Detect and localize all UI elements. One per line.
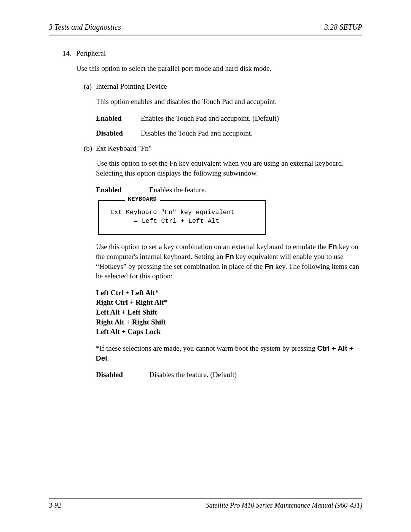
- header-right: 3.28 SETUP: [324, 22, 362, 32]
- desc-enabled: Enables the Touch Pad and accupoint. (De…: [141, 113, 279, 123]
- combo-item: Left Alt + Caps Lock: [96, 327, 362, 337]
- sub-b-note: *If these selections are made, you canno…: [96, 343, 362, 363]
- keyboard-line-1: Ext Keyboard "Fn" key equivalent: [110, 208, 261, 217]
- desc-disabled-b: Disables the feature. (Default): [149, 370, 237, 380]
- term-disabled: Disabled: [96, 128, 141, 138]
- section-head: 14. Peripheral: [62, 48, 362, 58]
- sub-b-desc: Use this option to set the Fn key equiva…: [96, 158, 362, 178]
- desc-enabled-b: Enables the feature.: [149, 185, 206, 195]
- desc-disabled: Disables the Touch Pad and accupoint.: [141, 128, 253, 138]
- fn-key: Fn: [328, 243, 337, 251]
- keyboard-line-2: = Left Ctrl + Left Alt: [134, 217, 261, 226]
- keyboard-box: KEYBOARD Ext Keyboard "Fn" key equivalen…: [98, 200, 266, 235]
- sub-a-desc: This option enables and disables the Tou…: [96, 97, 362, 107]
- keyboard-box-inner: Ext Keyboard "Fn" key equivalent = Left …: [98, 200, 266, 235]
- main-content: 14. Peripheral Use this option to select…: [49, 48, 362, 380]
- sub-b-label: (b): [84, 144, 96, 153]
- sub-b-para2: Use this option to set a key combination…: [96, 242, 362, 281]
- sub-a-body: This option enables and disables the Tou…: [96, 97, 362, 138]
- fn-key: Fn: [264, 262, 273, 270]
- sub-a-head: (a) Internal Pointing Device: [84, 81, 362, 91]
- sub-b-title: Ext Keyboard "Fn": [96, 144, 151, 153]
- header-left: 3 Tests and Diagnostics: [49, 22, 121, 32]
- sub-b-head: (b) Ext Keyboard "Fn": [84, 144, 362, 153]
- term-enabled-b: Enabled: [96, 185, 149, 195]
- sub-b-body: Use this option to set the Fn key equiva…: [96, 158, 362, 379]
- section-number: 14.: [62, 48, 76, 58]
- subsection-b: (b) Ext Keyboard "Fn" Use this option to…: [84, 144, 362, 380]
- footer-manual-title: Satellite Pro M10 Series Maintenance Man…: [206, 501, 362, 510]
- keyboard-box-title: KEYBOARD: [125, 196, 160, 203]
- page-footer: 3-92 Satellite Pro M10 Series Maintenanc…: [49, 498, 362, 510]
- sub-b-disabled-row: Disabled Disables the feature. (Default): [96, 370, 362, 380]
- fn-key: Fn: [225, 252, 234, 260]
- page-header: 3 Tests and Diagnostics 3.28 SETUP: [49, 22, 362, 35]
- subsection-a: (a) Internal Pointing Device This option…: [84, 81, 362, 138]
- combo-item: Left Alt + Left Shift: [96, 307, 362, 317]
- term-enabled: Enabled: [96, 113, 141, 123]
- combo-list: Left Ctrl + Left Alt* Right Ctrl + Right…: [96, 288, 362, 337]
- section-intro: Use this option to select the parallel p…: [76, 64, 362, 73]
- sub-b-enabled-row: Enabled Enables the feature.: [96, 185, 362, 195]
- text: *If these selections are made, you canno…: [96, 344, 317, 352]
- sub-a-label: (a): [84, 81, 96, 91]
- section-title: Peripheral: [76, 48, 106, 58]
- sub-a-disabled-row: Disabled Disables the Touch Pad and accu…: [96, 128, 362, 138]
- combo-item: Right Ctrl + Right Alt*: [96, 297, 362, 307]
- combo-item: Right Alt + Right Shift: [96, 317, 362, 327]
- text: .: [107, 354, 109, 362]
- sub-a-title: Internal Pointing Device: [96, 81, 167, 91]
- page: 3 Tests and Diagnostics 3.28 SETUP 14. P…: [0, 0, 411, 532]
- text: Use this option to set a key combination…: [96, 243, 328, 251]
- term-disabled-b: Disabled: [96, 370, 149, 380]
- footer-page-number: 3-92: [49, 501, 61, 510]
- sub-a-enabled-row: Enabled Enables the Touch Pad and accupo…: [96, 113, 362, 123]
- combo-item: Left Ctrl + Left Alt*: [96, 288, 362, 298]
